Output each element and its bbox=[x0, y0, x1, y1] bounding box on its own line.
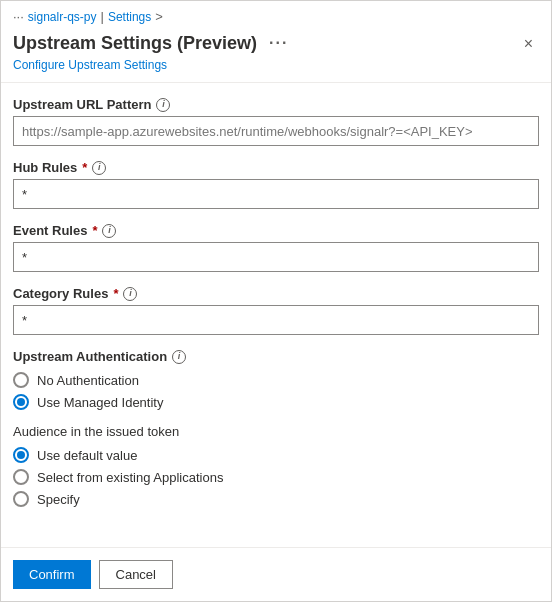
category-rules-required: * bbox=[113, 286, 118, 301]
no-auth-option[interactable]: No Authentication bbox=[13, 372, 539, 388]
category-rules-field: Category Rules * i bbox=[13, 286, 539, 335]
breadcrumb-dots: ··· bbox=[13, 9, 24, 24]
audience-title: Audience in the issued token bbox=[13, 424, 539, 439]
upstream-auth-label: Upstream Authentication i bbox=[13, 349, 539, 364]
event-rules-field: Event Rules * i bbox=[13, 223, 539, 272]
upstream-settings-panel: ··· signalr-qs-py | Settings > Upstream … bbox=[0, 0, 552, 602]
hub-rules-field: Hub Rules * i bbox=[13, 160, 539, 209]
breadcrumb: ··· signalr-qs-py | Settings > bbox=[1, 1, 551, 28]
more-options-icon[interactable]: ··· bbox=[265, 32, 292, 54]
default-value-radio[interactable] bbox=[13, 447, 29, 463]
specify-option[interactable]: Specify bbox=[13, 491, 539, 507]
existing-apps-option[interactable]: Select from existing Applications bbox=[13, 469, 539, 485]
url-pattern-info-icon[interactable]: i bbox=[156, 98, 170, 112]
form-body: Upstream URL Pattern i Hub Rules * i Eve… bbox=[1, 83, 551, 547]
event-rules-input[interactable] bbox=[13, 242, 539, 272]
no-auth-radio[interactable] bbox=[13, 372, 29, 388]
hub-rules-input[interactable] bbox=[13, 179, 539, 209]
specify-label: Specify bbox=[37, 492, 80, 507]
event-rules-label: Event Rules * i bbox=[13, 223, 539, 238]
upstream-auth-section: Upstream Authentication i No Authenticat… bbox=[13, 349, 539, 410]
category-rules-info-icon[interactable]: i bbox=[123, 287, 137, 301]
close-button[interactable]: × bbox=[518, 32, 539, 56]
audience-section: Audience in the issued token Use default… bbox=[13, 424, 539, 507]
breadcrumb-link-settings[interactable]: Settings bbox=[108, 10, 151, 24]
panel-subtitle: Configure Upstream Settings bbox=[1, 58, 551, 82]
category-rules-label: Category Rules * i bbox=[13, 286, 539, 301]
category-rules-input[interactable] bbox=[13, 305, 539, 335]
existing-apps-radio[interactable] bbox=[13, 469, 29, 485]
existing-apps-label: Select from existing Applications bbox=[37, 470, 223, 485]
specify-radio[interactable] bbox=[13, 491, 29, 507]
breadcrumb-sep1: | bbox=[101, 9, 104, 24]
panel-title: Upstream Settings (Preview) bbox=[13, 33, 257, 54]
cancel-button[interactable]: Cancel bbox=[99, 560, 173, 589]
url-pattern-field: Upstream URL Pattern i bbox=[13, 97, 539, 146]
auth-radio-group: No Authentication Use Managed Identity bbox=[13, 372, 539, 410]
audience-radio-group: Use default value Select from existing A… bbox=[13, 447, 539, 507]
default-value-option[interactable]: Use default value bbox=[13, 447, 539, 463]
hub-rules-label: Hub Rules * i bbox=[13, 160, 539, 175]
panel-header: Upstream Settings (Preview) ··· × bbox=[1, 28, 551, 58]
managed-identity-option[interactable]: Use Managed Identity bbox=[13, 394, 539, 410]
upstream-auth-info-icon[interactable]: i bbox=[172, 350, 186, 364]
hub-rules-required: * bbox=[82, 160, 87, 175]
url-pattern-input[interactable] bbox=[13, 116, 539, 146]
managed-identity-radio[interactable] bbox=[13, 394, 29, 410]
panel-footer: Confirm Cancel bbox=[1, 547, 551, 601]
breadcrumb-link-signalr[interactable]: signalr-qs-py bbox=[28, 10, 97, 24]
no-auth-label: No Authentication bbox=[37, 373, 139, 388]
managed-identity-label: Use Managed Identity bbox=[37, 395, 163, 410]
event-rules-info-icon[interactable]: i bbox=[102, 224, 116, 238]
header-left: Upstream Settings (Preview) ··· bbox=[13, 32, 292, 54]
event-rules-required: * bbox=[92, 223, 97, 238]
url-pattern-label: Upstream URL Pattern i bbox=[13, 97, 539, 112]
confirm-button[interactable]: Confirm bbox=[13, 560, 91, 589]
hub-rules-info-icon[interactable]: i bbox=[92, 161, 106, 175]
default-value-label: Use default value bbox=[37, 448, 137, 463]
breadcrumb-sep2: > bbox=[155, 9, 163, 24]
